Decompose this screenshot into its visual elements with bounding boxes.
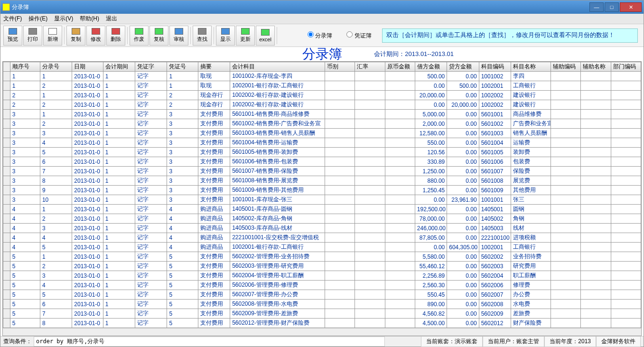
copy-button[interactable]: 复制 bbox=[66, 26, 85, 46]
menu-help[interactable]: 帮助(H) bbox=[80, 15, 99, 23]
table-row[interactable]: 552013-01-01记字5支付费用5602007-管理费用-办公费550.4… bbox=[3, 290, 641, 300]
status-user: 当前用户：账套主管 bbox=[483, 336, 544, 347]
add-button[interactable]: 新增 bbox=[43, 26, 62, 46]
review-icon bbox=[155, 28, 163, 35]
table-row[interactable]: 322013-01-01记字3支付费用5601002-销售费用-广告费和业务宣2… bbox=[3, 119, 641, 129]
review-button[interactable]: 复核 bbox=[149, 26, 168, 46]
status-account-set: 当前账套：演示账套 bbox=[421, 336, 483, 347]
titlebar[interactable]: 分录簿 — □ ✕ bbox=[0, 0, 644, 14]
table-row[interactable]: 412013-01-01记字4购进商品1405001-库存商品-圆钢192,50… bbox=[3, 205, 641, 214]
col-header[interactable]: 会计期间 bbox=[103, 62, 135, 72]
copy-button-label: 复制 bbox=[71, 36, 81, 43]
grid-table[interactable]: 顺序号分录号日期会计期间凭证字凭证号摘要会计科目币别汇率原币金额借方金额贷方金额… bbox=[3, 62, 641, 328]
show-button-label: 显示 bbox=[220, 36, 231, 43]
horizontal-scrollbar[interactable] bbox=[3, 328, 641, 336]
col-header[interactable]: 原币金额 bbox=[385, 62, 415, 72]
col-header[interactable]: 顺序号 bbox=[10, 62, 40, 72]
col-header[interactable]: 摘要 bbox=[198, 62, 230, 72]
maximize-button[interactable]: □ bbox=[605, 2, 619, 12]
table-row[interactable]: 442013-01-01记字4购进商品2221001001-应交税费-应交增值税… bbox=[3, 233, 641, 243]
col-header[interactable]: 贷方金额 bbox=[447, 62, 479, 72]
col-header[interactable]: 日期 bbox=[72, 62, 103, 72]
table-row[interactable]: 3102013-01-01记字3支付费用1001001-库存现金-张三0.002… bbox=[3, 195, 641, 205]
edit-button-label: 修改 bbox=[91, 36, 101, 43]
hint-box: 双击［会计期间］或单击工具格上的［查找］，修改月份可以查看不同月份的数据！ bbox=[382, 28, 638, 43]
preview-button-label: 预览 bbox=[8, 36, 18, 43]
show-button[interactable]: 显示 bbox=[216, 26, 235, 46]
excel-button[interactable]: excel bbox=[256, 26, 275, 46]
table-row[interactable]: 222013-01-01记字2现金存行1002002-银行存款-建设银行0.00… bbox=[3, 100, 641, 110]
table-row[interactable]: 362013-01-01记字3支付费用5601006-销售费用-包装费330.8… bbox=[3, 157, 641, 167]
menu-operate[interactable]: 操作(E) bbox=[28, 15, 47, 23]
menu-file[interactable]: 文件(F) bbox=[3, 15, 22, 23]
col-header[interactable]: 借方金额 bbox=[415, 62, 447, 72]
print-button[interactable]: 打印 bbox=[23, 26, 42, 46]
period-label: 会计期间：2013.01--2013.01 bbox=[374, 50, 454, 58]
edit-icon bbox=[92, 28, 100, 35]
refresh-button[interactable]: 更新 bbox=[236, 26, 255, 46]
audit-button[interactable]: 审核 bbox=[169, 26, 188, 46]
col-header[interactable]: 科目编码 bbox=[479, 62, 511, 72]
table-row[interactable]: 372013-01-01记字3支付费用5601007-销售费用-保险费1,250… bbox=[3, 167, 641, 176]
table-row[interactable]: 352013-01-01记字3支付费用5601005-销售费用-装卸费120.5… bbox=[3, 148, 641, 157]
app-window: 分录簿 — □ ✕ 文件(F) 操作(E) 显示(V) 帮助(H) 退出 预览打… bbox=[0, 0, 644, 347]
query-condition[interactable]: order by 顺序号,分录号 bbox=[34, 337, 385, 347]
col-header[interactable]: 分录号 bbox=[40, 62, 72, 72]
review-button-label: 复核 bbox=[154, 36, 164, 43]
close-button[interactable]: ✕ bbox=[620, 2, 642, 12]
col-header[interactable]: 部门编码 bbox=[611, 62, 641, 72]
table-row[interactable]: 312013-01-01记字3支付费用5601001-销售费用-商品维修费5,0… bbox=[3, 110, 641, 119]
col-header[interactable]: 凭证号 bbox=[167, 62, 198, 72]
data-grid: 顺序号分录号日期会计期间凭证字凭证号摘要会计科目币别汇率原币金额借方金额贷方金额… bbox=[2, 61, 642, 336]
table-row[interactable]: 332013-01-01记字3支付费用5601003-销售费用-销售人员薪酬12… bbox=[3, 129, 641, 138]
menu-exit[interactable]: 退出 bbox=[106, 15, 117, 23]
table-row[interactable]: 212013-01-01记字2现金存行1002002-银行存款-建设银行20,0… bbox=[3, 91, 641, 100]
print-icon bbox=[28, 28, 37, 35]
void-button[interactable]: 作废 bbox=[130, 26, 149, 46]
find-button[interactable]: 查找 bbox=[193, 26, 212, 46]
table-row[interactable]: 382013-01-01记字3支付费用5601008-销售费用-展览费880.0… bbox=[3, 176, 641, 186]
col-header[interactable]: 辅助名称 bbox=[581, 62, 611, 72]
excel-button-label: excel bbox=[259, 37, 271, 42]
radio-voucher-book[interactable]: 凭证簿 bbox=[346, 31, 371, 40]
menu-display[interactable]: 显示(V) bbox=[54, 15, 73, 23]
table-row[interactable]: 422013-01-01记字4购进商品1405002-库存商品-角钢78,000… bbox=[3, 214, 641, 224]
preview-button[interactable]: 预览 bbox=[3, 26, 22, 46]
table-row[interactable]: 342013-01-01记字3支付费用5601004-销售费用-运输费550.0… bbox=[3, 138, 641, 148]
col-header[interactable]: 凭证字 bbox=[135, 62, 167, 72]
excel-icon bbox=[261, 29, 270, 36]
table-row[interactable]: 532013-01-01记字5支付费用5602004-管理费用-职工薪酬2,25… bbox=[3, 271, 641, 281]
table-row[interactable]: 542013-01-01记字5支付费用5602006-管理费用-修理费2,560… bbox=[3, 281, 641, 290]
toolbar: 预览打印新增复制修改删除作废复核审核查找显示更新excel 分录簿 凭证簿双击［… bbox=[0, 24, 644, 47]
table-row[interactable]: 512013-01-01记字5支付费用5602002-管理费用-业务招待费5,5… bbox=[3, 252, 641, 262]
table-row[interactable]: 582013-01-01记字5支付费用5602012-管理费用-财产保险费4,5… bbox=[3, 319, 641, 328]
table-row[interactable]: 432013-01-01记字4购进商品1405003-库存商品-线材246,00… bbox=[3, 224, 641, 233]
find-icon bbox=[198, 28, 206, 35]
table-row[interactable]: 112013-01-01记字1取现1001002-库存现金-李四500.000.… bbox=[3, 72, 641, 81]
refresh-button-label: 更新 bbox=[240, 36, 251, 43]
add-button-label: 新增 bbox=[47, 36, 58, 43]
delete-button[interactable]: 删除 bbox=[106, 26, 125, 46]
table-row[interactable]: 122013-01-01记字1取现1002001-银行存款-工商银行0.0050… bbox=[3, 81, 641, 91]
minimize-button[interactable]: — bbox=[589, 2, 604, 12]
col-header[interactable]: 会计科目 bbox=[230, 62, 325, 72]
table-row[interactable]: 392013-01-01记字3支付费用5601009-销售费用-其他费用1,25… bbox=[3, 186, 641, 195]
query-label: 查询条件： bbox=[3, 338, 32, 346]
table-row[interactable]: 522013-01-01记字5支付费用5602003-管理费用-研究费用55,4… bbox=[3, 262, 641, 271]
copy-icon bbox=[72, 28, 80, 35]
table-row[interactable]: 452013-01-01记字4购进商品1002001-银行存款-工商银行0.00… bbox=[3, 243, 641, 252]
void-icon bbox=[135, 28, 143, 35]
show-icon bbox=[221, 28, 230, 35]
statusbar: 查询条件： order by 顺序号,分录号 当前账套：演示账套 当前用户：账套… bbox=[0, 336, 644, 347]
col-header[interactable]: 汇率 bbox=[355, 62, 385, 72]
col-header[interactable]: 币别 bbox=[325, 62, 355, 72]
table-row[interactable]: 562013-01-01记字5支付费用5602008-管理费用-水电费890.0… bbox=[3, 300, 641, 309]
audit-icon bbox=[175, 28, 183, 35]
radio-entry-book[interactable]: 分录簿 bbox=[308, 31, 332, 40]
add-icon bbox=[48, 28, 57, 35]
table-row[interactable]: 572013-01-01记字5支付费用5602009-管理费用-差旅费4,560… bbox=[3, 309, 641, 319]
col-header[interactable]: 辅助编码 bbox=[551, 62, 581, 72]
status-brand: 金簿财务软件 bbox=[596, 336, 641, 347]
col-header[interactable]: 科目名称 bbox=[511, 62, 551, 72]
edit-button[interactable]: 修改 bbox=[86, 26, 105, 46]
